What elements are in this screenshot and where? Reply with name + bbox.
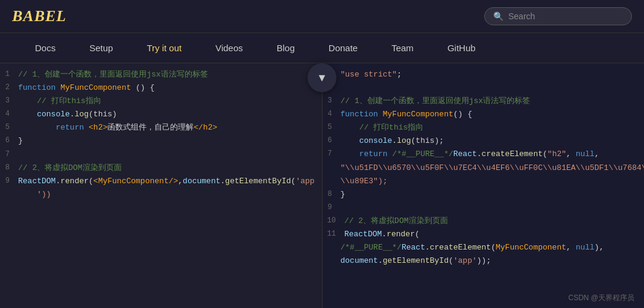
line-code: function MyFuncComponent () { [18, 81, 154, 95]
line-number: 6 [323, 134, 341, 148]
code-line: 1 "use strict"; [323, 68, 645, 81]
line-number: 5 [0, 121, 18, 134]
code-line: 8 // 2、将虚拟DOM渲染到页面 [0, 162, 322, 175]
search-icon: 🔍 [493, 11, 504, 21]
code-line: 9 [323, 201, 645, 215]
code-line: 10 // 2、将虚拟DOM渲染到页面 [323, 215, 645, 228]
code-line: 9 ReactDOM.render(<MyFuncComponent/>,doc… [0, 175, 322, 188]
code-line: document.getElementById('app')); [323, 254, 645, 268]
code-line: 7 return /*#__PURE__*/React.createElemen… [323, 148, 645, 161]
line-number: 3 [323, 95, 341, 108]
line-number: 9 [323, 201, 341, 215]
line-number: 11 [323, 228, 344, 241]
babel-logo: BABEL [12, 7, 66, 25]
line-code: "\\u51FD\\u6570\\u5F0F\\u7EC4\\u4EF6\\uF… [341, 162, 645, 175]
nav-github[interactable]: GitHub [431, 33, 493, 63]
line-number: 2 [0, 81, 18, 95]
code-line: 5 return <h2>函数式组件，自己的理解</h2> [0, 121, 322, 134]
line-number: 8 [323, 188, 341, 201]
line-code: console.log(this) [18, 108, 117, 121]
line-number: 7 [0, 148, 18, 162]
search-box[interactable]: 🔍 [484, 7, 632, 25]
line-code: // 打印this指向 [18, 95, 101, 108]
line-code: console.log(this); [341, 134, 444, 148]
code-line: /*#__PURE__*/React.createElement(MyFuncC… [323, 241, 645, 254]
line-number: 10 [323, 215, 344, 228]
code-line: "\\u51FD\\u6570\\u5F0F\\u7EC4\\u4EF6\\uF… [323, 162, 645, 175]
line-number: 1 [0, 68, 18, 81]
code-line: 4 function MyFuncComponent() { [323, 108, 645, 121]
nav-videos[interactable]: Videos [198, 33, 260, 63]
line-code: "use strict"; [341, 68, 402, 81]
line-code: ReactDOM.render(<MyFuncComponent/>,docum… [18, 175, 315, 188]
line-code: \\u89E3"); [341, 175, 388, 188]
code-line: 6 console.log(this); [323, 134, 645, 148]
line-code: return /*#__PURE__*/React.createElement(… [341, 148, 599, 161]
code-line: 1 // 1、创建一个函数，里面返回使用jsx语法写的标签 [0, 68, 322, 81]
line-number [323, 254, 341, 268]
nav-docs[interactable]: Docs [18, 33, 72, 63]
divider-button[interactable]: ▼ [308, 63, 336, 92]
code-line: 7 [0, 148, 322, 162]
code-line: 5 // 打印this指向 [323, 121, 645, 134]
code-line: 11 ReactDOM.render( [323, 228, 645, 241]
nav-try-it-out[interactable]: Try it out [130, 33, 198, 63]
code-line: 2 [323, 81, 645, 95]
line-code: ReactDOM.render( [344, 228, 420, 241]
line-code: // 打印this指向 [341, 121, 424, 134]
code-line: ')) [0, 188, 322, 201]
right-code-panel[interactable]: 1 "use strict"; 2 3 // 1、创建一个函数，里面返回使用js… [323, 63, 645, 308]
line-code: return <h2>函数式组件，自己的理解</h2> [18, 121, 217, 134]
line-number [323, 175, 341, 188]
code-line: \\u89E3"); [323, 175, 645, 188]
line-number: 3 [0, 95, 18, 108]
nav-donate[interactable]: Donate [312, 33, 374, 63]
nav-blog[interactable]: Blog [260, 33, 312, 63]
code-line: 4 console.log(this) [0, 108, 322, 121]
line-number [323, 241, 341, 254]
navbar: BABEL 🔍 [0, 0, 644, 33]
main-area: ▼ 1 // 1、创建一个函数，里面返回使用jsx语法写的标签 2 functi… [0, 63, 644, 308]
line-number: 4 [0, 108, 18, 121]
nav-menu: Docs Setup Try it out Videos Blog Donate… [0, 33, 644, 63]
panels-wrapper: ▼ 1 // 1、创建一个函数，里面返回使用jsx语法写的标签 2 functi… [0, 63, 644, 308]
watermark: CSDN @天界程序员 [568, 293, 634, 303]
right-code-content: 1 "use strict"; 2 3 // 1、创建一个函数，里面返回使用js… [323, 63, 645, 272]
nav-setup[interactable]: Setup [72, 33, 130, 63]
line-code: // 2、将虚拟DOM渲染到页面 [18, 162, 122, 175]
nav-team[interactable]: Team [374, 33, 431, 63]
code-line: 8 } [323, 188, 645, 201]
left-code-content: 1 // 1、创建一个函数，里面返回使用jsx语法写的标签 2 function… [0, 63, 322, 206]
line-number: 4 [323, 108, 341, 121]
line-number [0, 188, 18, 201]
line-code: // 2、将虚拟DOM渲染到页面 [344, 215, 448, 228]
code-line: 6 } [0, 134, 322, 148]
code-line: 2 function MyFuncComponent () { [0, 81, 322, 95]
line-code: ')) [18, 188, 51, 201]
line-number: 9 [0, 175, 18, 188]
line-code: /*#__PURE__*/React.createElement(MyFuncC… [341, 241, 604, 254]
left-code-panel[interactable]: 1 // 1、创建一个函数，里面返回使用jsx语法写的标签 2 function… [0, 63, 323, 308]
line-code: function MyFuncComponent() { [341, 108, 472, 121]
line-code: document.getElementById('app')); [341, 254, 491, 268]
code-line: 3 // 打印this指向 [0, 95, 322, 108]
line-code: // 1、创建一个函数，里面返回使用jsx语法写的标签 [18, 68, 208, 81]
line-number: 5 [323, 121, 341, 134]
line-number: 7 [323, 148, 341, 161]
line-number: 6 [0, 134, 18, 148]
line-number [323, 162, 341, 175]
line-code: } [341, 188, 346, 201]
line-code: } [18, 134, 23, 148]
line-number: 8 [0, 162, 18, 175]
code-line: 3 // 1、创建一个函数，里面返回使用jsx语法写的标签 [323, 95, 645, 108]
search-input[interactable] [508, 11, 623, 21]
line-code: // 1、创建一个函数，里面返回使用jsx语法写的标签 [341, 95, 531, 108]
